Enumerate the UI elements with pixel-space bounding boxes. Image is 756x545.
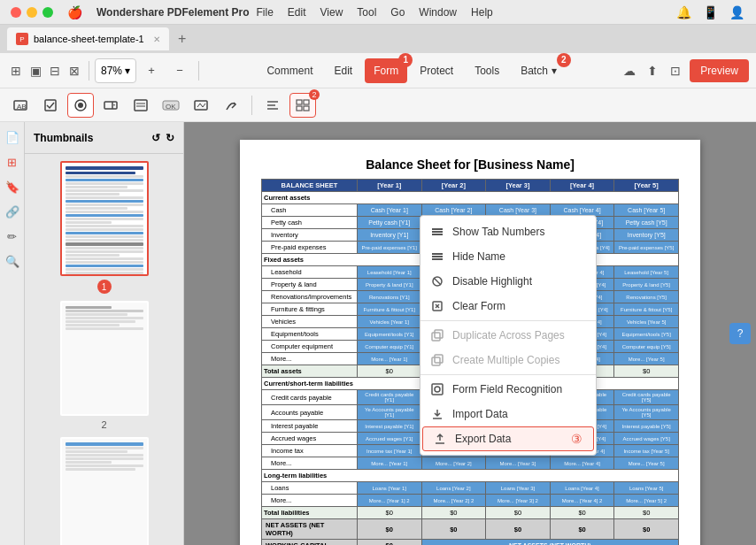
menu-file[interactable]: File: [257, 6, 274, 19]
main-content: Balance Sheet for [Business Name] BALANC…: [184, 122, 756, 545]
col-header-y5: [Year 5]: [614, 180, 679, 192]
signature-tool[interactable]: [188, 93, 214, 118]
sep-1: [420, 320, 596, 321]
dropdown-import-data[interactable]: Import Data: [420, 402, 596, 426]
search-icon[interactable]: 🔍: [3, 251, 22, 271]
thumb-img-1: [60, 161, 149, 276]
col-header-y4: [Year 4]: [550, 180, 614, 192]
zoom-in-button[interactable]: +: [138, 58, 165, 83]
bookmark-icon[interactable]: 🔖: [3, 177, 22, 196]
ink-tool[interactable]: [218, 93, 244, 118]
combo-tool[interactable]: [97, 93, 124, 118]
thumbnail-page-2[interactable]: 2: [60, 301, 149, 430]
dropdown-hide-name[interactable]: Hide Name: [420, 244, 596, 269]
row-interest-payable: Interest payable: [262, 420, 358, 433]
dropdown-clear-form[interactable]: Clear Form: [420, 294, 596, 319]
maximize-button[interactable]: [42, 7, 53, 18]
clear-form-icon: [431, 300, 444, 312]
radio-tool[interactable]: [67, 93, 94, 118]
toolbar-left-icons: ⊞ ▣ ⊟ ⊠: [7, 61, 93, 81]
zoom-out-button[interactable]: −: [166, 58, 193, 83]
protect-button[interactable]: Protect: [411, 58, 462, 83]
thumbnails-area: 1 2: [25, 154, 183, 545]
toolbar-center: Comment Edit Form 1 Protect Tools Batch …: [204, 58, 619, 83]
thumbnail-icon[interactable]: ⊞: [3, 152, 22, 172]
thumbnail-page-3[interactable]: 3: [60, 437, 149, 545]
export-data-icon: [434, 433, 446, 445]
tab-document[interactable]: P balance-sheet-template-1 ✕: [7, 27, 169, 50]
dropdown-export-data[interactable]: Export Data ③: [422, 426, 594, 451]
pdf-title: Balance Sheet for [Business Name]: [261, 157, 679, 172]
section-long-term: Long-term liabilities: [262, 470, 679, 482]
cloud-icon[interactable]: ☁: [621, 62, 638, 80]
checkbox-tool[interactable]: [37, 93, 64, 118]
form-sep1: [251, 96, 252, 115]
dropdown-show-tab-numbers[interactable]: Show Tab Numbers: [420, 219, 596, 244]
layout-icon[interactable]: ⊟: [46, 62, 64, 80]
clear-form-label: Clear Form: [452, 300, 505, 312]
svg-rect-16: [297, 100, 302, 104]
col-header-y3: [Year 3]: [486, 180, 551, 192]
show-tab-label: Show Tab Numbers: [452, 226, 545, 238]
page-2-number: 2: [101, 419, 106, 430]
page-icon[interactable]: 📄: [3, 127, 22, 147]
dropdown-form-recognition[interactable]: Form Field Recognition: [420, 377, 596, 402]
sep2: [198, 61, 199, 81]
edit-button[interactable]: Edit: [325, 58, 361, 83]
svg-text:OK: OK: [166, 103, 176, 111]
app-body: 📄 ⊞ 🔖 🔗 ✏ 🔍 Thumbnails ↺ ↻: [0, 122, 756, 545]
list-tool[interactable]: [127, 93, 154, 118]
grid-icon[interactable]: ⊞: [7, 62, 25, 80]
create-copies-label: Create Multiple Copies: [452, 354, 559, 366]
hide-name-label: Hide Name: [452, 250, 505, 263]
tab-close-icon[interactable]: ✕: [153, 35, 160, 44]
menu-go[interactable]: Go: [390, 6, 405, 19]
sep-2: [420, 374, 596, 375]
mobile-icon[interactable]: 📱: [701, 4, 719, 21]
comment-button[interactable]: Comment: [258, 58, 321, 83]
help-float-button[interactable]: ?: [729, 323, 751, 344]
rotate-left-icon[interactable]: ↺: [151, 132, 160, 144]
svg-rect-5: [104, 102, 117, 109]
rotate-right-icon[interactable]: ↻: [166, 132, 174, 144]
button-tool[interactable]: OK: [158, 93, 184, 118]
disable-highlight-label: Disable Highlight: [452, 275, 532, 288]
row-leasehold: Leasehold: [262, 266, 358, 279]
svg-line-27: [434, 278, 441, 285]
annotation-icon[interactable]: ✏: [3, 226, 22, 246]
align-left-tool[interactable]: [259, 93, 286, 118]
app-name: Wondershare PDFelement Pro: [96, 6, 250, 19]
menu-tool[interactable]: Tool: [357, 6, 376, 19]
zoom-dropdown[interactable]: 87% ▾: [95, 58, 136, 83]
menu-edit[interactable]: Edit: [288, 6, 306, 19]
show-tab-icon: [431, 226, 444, 238]
link-icon[interactable]: 🔗: [3, 202, 22, 221]
row-prepaid: Pre-paid expenses: [262, 242, 358, 254]
close-button[interactable]: [11, 7, 21, 18]
minimize-button[interactable]: [27, 7, 37, 18]
distribute-tool[interactable]: 2: [289, 93, 316, 118]
notification-icon[interactable]: 🔔: [675, 4, 692, 21]
col-header-name: BALANCE SHEET: [262, 180, 358, 192]
panel-icon[interactable]: ▣: [27, 62, 44, 80]
new-tab-button[interactable]: +: [173, 29, 192, 49]
user-icon[interactable]: 👤: [728, 4, 745, 21]
expand-icon[interactable]: ⊡: [667, 62, 684, 80]
menu-help[interactable]: Help: [471, 6, 493, 19]
tools-button[interactable]: Tools: [466, 58, 508, 83]
page-1-badge: 1: [97, 280, 112, 294]
row-renovations: Renovations/Improvements: [262, 291, 358, 303]
thumbnail-page-1[interactable]: 1: [60, 161, 149, 294]
share-icon[interactable]: ⬆: [644, 62, 661, 80]
menu-view[interactable]: View: [320, 6, 343, 19]
menu-window[interactable]: Window: [419, 6, 457, 19]
svg-rect-35: [432, 384, 443, 395]
thumb-img-3: [60, 437, 149, 545]
svg-rect-34: [435, 355, 443, 363]
dropdown-disable-highlight[interactable]: Disable Highlight: [420, 269, 596, 294]
view-icon[interactable]: ⊠: [66, 62, 83, 80]
import-data-icon: [431, 408, 444, 420]
preview-button[interactable]: Preview: [690, 59, 749, 82]
text-field-tool[interactable]: AB: [7, 93, 34, 118]
apple-icon: 🍎: [67, 5, 82, 19]
